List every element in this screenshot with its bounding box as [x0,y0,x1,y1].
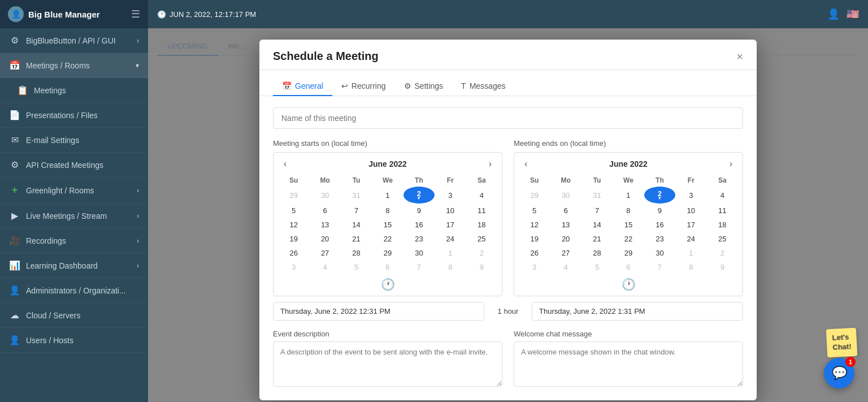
start-cal-next-button[interactable]: › [485,158,495,170]
calendar-day[interactable]: 13 [550,218,581,232]
calendar-day[interactable]: 22 [613,232,644,246]
calendar-day[interactable]: 28 [581,246,613,260]
calendar-day[interactable]: 24 [675,232,706,246]
calendar-day[interactable]: 30 [309,187,340,204]
calendar-day[interactable]: 15 [613,218,644,232]
sidebar-item-cloud-servers[interactable]: ☁ Cloud / Servers [0,303,148,328]
end-time-input[interactable] [532,302,743,321]
calendar-day[interactable]: 1 [613,187,644,204]
calendar-day[interactable]: 4 [550,260,581,274]
calendar-day[interactable]: 13 [309,218,340,232]
calendar-day[interactable]: 10 [435,204,466,218]
calendar-day[interactable]: 7 [341,204,372,218]
calendar-day[interactable]: 8 [435,260,466,274]
calendar-day[interactable]: 22 [372,232,403,246]
calendar-day[interactable]: 11 [466,204,497,218]
end-cal-clock[interactable]: 🕐 [519,278,738,291]
calendar-day[interactable]: 5 [278,204,309,218]
modal-close-button[interactable]: × [736,51,743,62]
calendar-day[interactable]: 6 [309,204,340,218]
calendar-day[interactable]: 21 [341,232,372,246]
calendar-day[interactable]: 26 [278,246,309,260]
calendar-day[interactable]: 25 [707,232,738,246]
calendar-day[interactable]: 31 [581,187,613,204]
end-cal-prev-button[interactable]: ‹ [521,158,531,170]
calendar-day[interactable]: 26 [519,246,550,260]
calendar-day[interactable]: 10 [675,204,706,218]
calendar-day[interactable]: 2 [644,187,675,204]
calendar-day[interactable]: 4 [309,260,340,274]
hamburger-icon[interactable]: ☰ [131,8,140,20]
calendar-day[interactable]: 8 [372,204,403,218]
calendar-day[interactable]: 14 [581,218,613,232]
calendar-day[interactable]: 29 [372,246,403,260]
calendar-day[interactable]: 20 [309,232,340,246]
calendar-day[interactable]: 30 [403,246,435,260]
calendar-day[interactable]: 27 [309,246,340,260]
calendar-day[interactable]: 23 [644,232,675,246]
calendar-day[interactable]: 18 [707,218,738,232]
clock-icon[interactable]: 🕐 [381,278,395,291]
sidebar-item-meetings[interactable]: 📋 Meetings [0,78,148,103]
calendar-day[interactable]: 15 [372,218,403,232]
calendar-day[interactable]: 28 [341,246,372,260]
calendar-day[interactable]: 7 [644,260,675,274]
calendar-day[interactable]: 16 [644,218,675,232]
sidebar-item-presentations[interactable]: 📄 Presentations / Files [0,103,148,128]
calendar-day[interactable]: 4 [707,187,738,204]
calendar-day[interactable]: 9 [466,260,497,274]
sidebar-item-greenlight[interactable]: + Greenlight / Rooms › [0,178,148,204]
start-time-input[interactable] [273,302,484,321]
calendar-day[interactable]: 14 [341,218,372,232]
calendar-day[interactable]: 1 [675,246,706,260]
calendar-day[interactable]: 4 [466,187,497,204]
calendar-day[interactable]: 2 [466,246,497,260]
calendar-day[interactable]: 9 [707,260,738,274]
calendar-day[interactable]: 21 [581,232,613,246]
sidebar-item-users-hosts[interactable]: 👤 Users / Hosts [0,328,148,353]
calendar-day[interactable]: 5 [581,260,613,274]
sidebar-item-api-meetings[interactable]: ⚙ API Created Meetings [0,153,148,178]
sidebar-item-email[interactable]: ✉ E-mail Settings [0,128,148,153]
chat-bubble-button[interactable]: 💬 1 [824,358,854,388]
calendar-day[interactable]: 29 [278,187,309,204]
calendar-day[interactable]: 25 [466,232,497,246]
sidebar-item-bigbluebutton[interactable]: ⚙ BigBlueButton / API / GUI › [0,28,148,53]
tab-recurring[interactable]: ↩ Recurring [332,77,395,96]
calendar-day[interactable]: 2 [403,187,435,204]
calendar-day[interactable]: 2 [707,246,738,260]
sidebar-item-meetings-rooms[interactable]: 📅 Meetings / Rooms ▾ [0,53,148,78]
calendar-day[interactable]: 12 [278,218,309,232]
tab-messages[interactable]: T Messages [452,77,514,96]
end-cal-next-button[interactable]: › [726,158,736,170]
calendar-day[interactable]: 31 [341,187,372,204]
calendar-day[interactable]: 16 [403,218,435,232]
calendar-day[interactable]: 19 [519,232,550,246]
calendar-day[interactable]: 30 [644,246,675,260]
tab-general[interactable]: 📅 General [273,77,332,96]
calendar-day[interactable]: 1 [372,187,403,204]
calendar-day[interactable]: 23 [403,232,435,246]
calendar-day[interactable]: 8 [675,260,706,274]
calendar-day[interactable]: 12 [519,218,550,232]
calendar-day[interactable]: 5 [341,260,372,274]
calendar-day[interactable]: 3 [519,260,550,274]
meeting-name-input[interactable] [273,107,743,129]
language-flag-icon[interactable]: 🇺🇸 [847,8,859,20]
calendar-day[interactable]: 6 [613,260,644,274]
calendar-day[interactable]: 19 [278,232,309,246]
calendar-day[interactable]: 27 [550,246,581,260]
user-account-icon[interactable]: 👤 [827,8,840,20]
welcome-chat-textarea[interactable] [514,342,743,387]
clock-icon[interactable]: 🕐 [622,278,636,291]
calendar-day[interactable]: 7 [581,204,613,218]
calendar-day[interactable]: 20 [550,232,581,246]
calendar-day[interactable]: 3 [435,187,466,204]
calendar-day[interactable]: 24 [435,232,466,246]
calendar-day[interactable]: 3 [278,260,309,274]
calendar-day[interactable]: 8 [613,204,644,218]
calendar-day[interactable]: 11 [707,204,738,218]
calendar-day[interactable]: 29 [613,246,644,260]
calendar-day[interactable]: 17 [675,218,706,232]
calendar-day[interactable]: 17 [435,218,466,232]
